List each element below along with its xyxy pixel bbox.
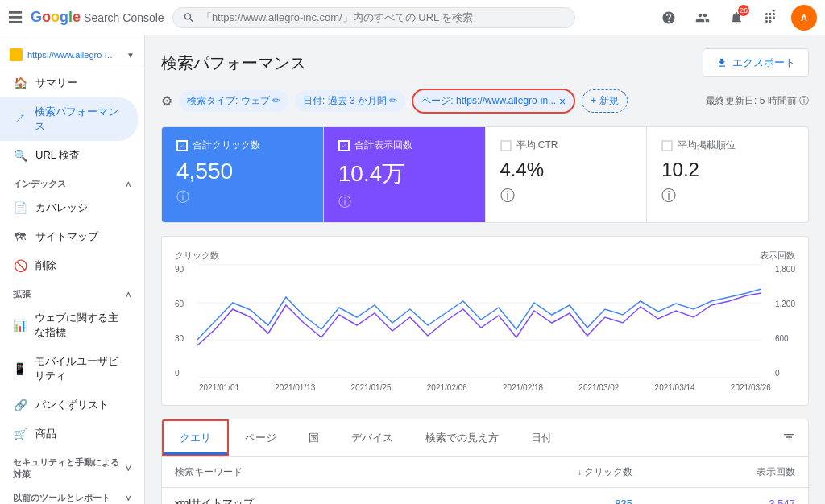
section-security: セキュリティと手動による対策 ∨ [0, 448, 144, 484]
sidebar-item-label: ウェブに関する主な指標 [35, 311, 125, 340]
tab-query[interactable]: クエリ [162, 419, 229, 456]
property-url: https://www.allegro-inc.com/ [27, 50, 116, 60]
stat-ctr[interactable]: 平均 CTR 4.4% ⓘ [486, 127, 648, 222]
user-mgmt-button[interactable] [690, 5, 715, 31]
sidebar-item-sitemap[interactable]: 🗺 サイトマップ [0, 222, 138, 251]
section-chevron[interactable]: ∧ [125, 289, 131, 300]
stat-ctr-value: 4.4% [500, 159, 632, 181]
table-row[interactable]: xmlサイトマップ 835 3,547 [162, 488, 808, 505]
sidebar-item-breadcrumb[interactable]: 🔗 パンくずリスト [0, 390, 138, 419]
chart-svg [187, 265, 772, 378]
property-chevron-icon: ▼ [126, 51, 135, 60]
chart-xaxis: 2021/01/01 2021/01/13 2021/01/25 2021/02… [175, 383, 795, 392]
tab-country[interactable]: 国 [292, 421, 335, 455]
sidebar-item-mobile[interactable]: 📱 モバイルユーザビリティ [0, 347, 138, 390]
sidebar-item-summary[interactable]: 🏠 サマリー [0, 68, 138, 97]
section-chevron-legacy[interactable]: ∨ [125, 493, 131, 504]
chart-label-left: クリック数 [175, 250, 219, 262]
stats-row: ✓ 合計クリック数 4,550 ⓘ ✓ 合計表示回数 10.4万 ⓘ 平均 CT… [161, 126, 809, 223]
chart-wrapper [187, 265, 772, 380]
sidebar-item-coverage[interactable]: 📄 カバレッジ [0, 193, 138, 222]
tab-search-appearance-label: 検索での見え方 [425, 432, 499, 444]
filter-search-type[interactable]: 検索タイプ: ウェブ ✏ [179, 90, 288, 112]
filter-page[interactable]: ページ: https://www.allegro-in... × [412, 89, 575, 114]
search-icon: 🔍 [13, 149, 27, 162]
table-container: 検索キーワード ↓ クリック数 表示回数 [162, 457, 808, 504]
filter-icon[interactable]: ⚙ [161, 93, 172, 109]
export-label: エクスポート [732, 56, 795, 70]
main-content: 検索パフォーマンス エクスポート ⚙ 検索タイプ: ウェブ ✏ 日付: 過去 3… [145, 35, 825, 504]
x-label-3: 2021/02/06 [427, 383, 467, 392]
stat-clicks[interactable]: ✓ 合計クリック数 4,550 ⓘ [162, 127, 324, 222]
filter-date[interactable]: 日付: 過去 3 か月間 ✏ [295, 90, 405, 112]
tab-page-label: ページ [245, 432, 276, 444]
products-icon: 🛒 [13, 428, 27, 440]
property-icon [10, 48, 23, 61]
data-table: 検索キーワード ↓ クリック数 表示回数 [162, 457, 808, 504]
filter-add-button[interactable]: + 新規 [582, 89, 627, 113]
cell-keyword: xmlサイトマップ [162, 488, 434, 505]
header-icons: 26 A [656, 5, 817, 31]
stat-position-info: ⓘ [661, 186, 794, 205]
sidebar-item-web-vitals[interactable]: 📊 ウェブに関する主な指標 [0, 304, 138, 347]
chart-labels-row: クリック数 表示回数 [175, 250, 795, 262]
sidebar-item-removal[interactable]: 🚫 削除 [0, 251, 138, 280]
sidebar-item-products[interactable]: 🛒 商品 [0, 419, 138, 448]
property-selector[interactable]: https://www.allegro-inc.com/ ▼ [0, 42, 144, 68]
section-label: インデックス [13, 178, 66, 190]
tabs-container: クエリ ページ 国 デバイス 検索での見え方 日付 [161, 419, 809, 504]
breadcrumb-icon: 🔗 [13, 399, 27, 411]
stat-clicks-value: 4,550 [176, 159, 309, 184]
x-label-0: 2021/01/01 [199, 383, 239, 392]
apps-button[interactable] [757, 5, 783, 31]
sort-icon: ↓ [578, 468, 584, 477]
tab-query-label: クエリ [180, 432, 211, 444]
filters-row: ⚙ 検索タイプ: ウェブ ✏ 日付: 過去 3 か月間 ✏ ページ: https… [161, 89, 809, 114]
home-icon: 🏠 [13, 76, 27, 89]
tab-device[interactable]: デバイス [335, 421, 409, 455]
top-header: ☰ Google Search Console 26 A [0, 0, 825, 35]
sidebar-item-label: 検索パフォーマンス [35, 105, 125, 134]
stat-ctr-label: 平均 CTR [516, 138, 558, 152]
section-legacy: 以前のツールとレポート ∨ [0, 484, 144, 504]
stat-position-checkbox [661, 140, 673, 151]
cell-clicks: 835 [434, 488, 645, 505]
x-label-7: 2021/03/26 [731, 383, 771, 392]
sidebar-item-label: 削除 [35, 258, 56, 273]
col-clicks[interactable]: ↓ クリック数 [434, 457, 645, 488]
main-layout: https://www.allegro-inc.com/ ▼ 🏠 サマリー ↗ … [0, 35, 825, 504]
sidebar-item-search-perf[interactable]: ↗ 検索パフォーマンス [0, 97, 138, 141]
notification-button[interactable]: 26 [723, 5, 749, 31]
tab-search-appearance[interactable]: 検索での見え方 [409, 421, 515, 455]
section-chevron-security[interactable]: ∨ [125, 463, 131, 474]
stat-ctr-checkbox [500, 140, 512, 151]
search-input[interactable] [201, 11, 565, 23]
table-header: 検索キーワード ↓ クリック数 表示回数 [162, 457, 808, 488]
stat-impressions[interactable]: ✓ 合計表示回数 10.4万 ⓘ [324, 127, 486, 222]
sidebar-item-label: URL 検査 [35, 148, 80, 163]
user-avatar[interactable]: A [791, 5, 817, 31]
tab-date[interactable]: 日付 [515, 421, 568, 455]
stat-impressions-checkbox: ✓ [338, 140, 350, 151]
tab-country-label: 国 [309, 432, 319, 444]
col-clicks-label: クリック数 [584, 466, 632, 477]
section-chevron[interactable]: ∧ [125, 179, 131, 190]
help-button[interactable] [656, 5, 682, 31]
sidebar-item-url-check[interactable]: 🔍 URL 検査 [0, 141, 138, 170]
search-bar[interactable] [172, 7, 575, 28]
export-button[interactable]: エクスポート [703, 48, 809, 77]
tab-date-label: 日付 [531, 432, 552, 444]
stat-clicks-header: ✓ 合計クリック数 [176, 138, 309, 152]
x-label-1: 2021/01/13 [275, 383, 315, 392]
x-label-6: 2021/03/14 [655, 383, 695, 392]
doc-icon: 📄 [13, 201, 27, 214]
table-filter-icon[interactable] [769, 424, 808, 452]
filter-page-close[interactable]: × [559, 95, 566, 108]
cell-impressions: 3,547 [645, 488, 808, 505]
stat-clicks-label: 合計クリック数 [193, 138, 260, 152]
menu-icon[interactable]: ☰ [8, 8, 23, 27]
stat-impressions-value: 10.4万 [338, 159, 471, 189]
x-label-2: 2021/01/25 [351, 383, 392, 392]
tab-page[interactable]: ページ [229, 421, 292, 455]
stat-position[interactable]: 平均掲載順位 10.2 ⓘ [647, 127, 808, 222]
